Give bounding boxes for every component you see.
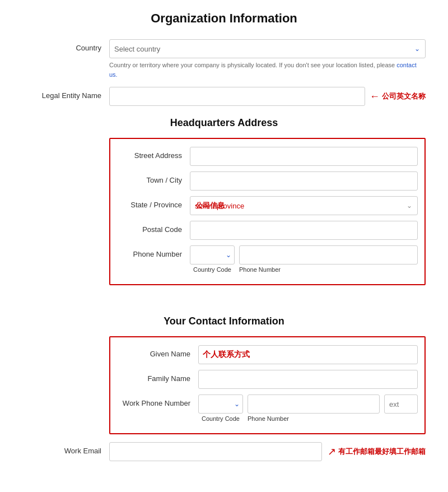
work-phone-code-wrap: ⌄	[198, 394, 243, 414]
phone-number-input[interactable]	[239, 245, 418, 264]
hq-section-title: Headquarters Address	[22, 117, 426, 129]
country-select[interactable]: Select country	[109, 39, 426, 58]
phone-control-wrap: ⌄ Country Code Phone Number	[190, 245, 418, 273]
legal-entity-label: Legal Entity Name	[22, 87, 109, 100]
work-phone-number-sublabel: Phone Number	[248, 415, 289, 422]
page-title: Organization Information	[22, 11, 426, 26]
legal-entity-annotation-wrap: ← 公司英文名称	[109, 87, 426, 106]
work-email-label: Work Email	[22, 442, 109, 455]
state-select-wrapper: state / province 公司信息 ⌄	[190, 196, 418, 215]
work-email-input[interactable]	[109, 442, 322, 461]
arrow-left-icon: ←	[370, 91, 380, 103]
street-label: Street Address	[117, 147, 190, 160]
postal-group: Postal Code	[117, 221, 418, 240]
postal-control-wrap	[190, 221, 418, 240]
city-control-wrap	[190, 171, 418, 191]
hq-red-border-section: Street Address Town / City State / Provi…	[109, 138, 426, 285]
family-name-label: Family Name	[117, 370, 198, 383]
contact-red-border-section: Given Name 个人联系方式 Family Name Work Phone…	[109, 336, 426, 434]
work-phone-sub-labels: Country Code Phone Number	[198, 415, 418, 422]
arrow-down-icon: ↗	[328, 445, 336, 458]
family-name-input[interactable]	[198, 370, 418, 389]
phone-code-sublabel: Country Code	[190, 266, 235, 273]
street-control-wrap	[190, 147, 418, 166]
work-email-control-wrap: ↗ 有工作邮箱最好填工作邮箱	[109, 442, 426, 461]
work-email-annotation-wrap: ↗ 有工作邮箱最好填工作邮箱	[328, 445, 426, 458]
family-name-group: Family Name	[117, 370, 418, 389]
legal-entity-annotation-text: 公司英文名称	[382, 91, 426, 101]
work-email-annotation-text: 有工作邮箱最好填工作邮箱	[338, 447, 426, 457]
phone-code-select-wrap: ⌄	[190, 245, 235, 264]
spacer	[22, 293, 426, 304]
phone-input-group: ⌄	[190, 245, 418, 264]
country-hint: Country or territory where your company …	[109, 61, 426, 79]
given-name-input-wrap: 个人联系方式	[198, 345, 418, 364]
given-name-group: Given Name 个人联系方式	[117, 345, 418, 364]
state-control-wrap: state / province 公司信息 ⌄	[190, 196, 418, 215]
given-name-label: Given Name	[117, 345, 198, 358]
contact-section-title: Your Contact Information	[22, 315, 426, 327]
phone-group: Phone Number ⌄ Country Code Phone Number	[117, 245, 418, 273]
work-phone-label: Work Phone Number	[117, 394, 198, 407]
street-input[interactable]	[190, 147, 418, 166]
given-name-control-wrap: 个人联系方式	[198, 345, 418, 364]
given-name-input[interactable]	[198, 345, 418, 364]
city-label: Town / City	[117, 171, 190, 184]
legal-entity-annotation-arrow: ← 公司英文名称	[370, 91, 426, 103]
postal-input[interactable]	[190, 221, 418, 240]
work-phone-code-select[interactable]	[198, 394, 243, 414]
work-email-annotation-row: ↗ 有工作邮箱最好填工作邮箱	[109, 442, 426, 461]
work-phone-group: Work Phone Number ⌄ Country Code Phone N…	[117, 394, 418, 422]
country-label: Country	[22, 39, 109, 52]
country-group: Country Select country ⌄ Country or terr…	[22, 39, 426, 79]
city-input[interactable]	[190, 171, 418, 191]
country-control-wrap: Select country ⌄ Country or territory wh…	[109, 39, 426, 79]
state-group: State / Province state / province 公司信息 ⌄	[117, 196, 418, 215]
postal-label: Postal Code	[117, 221, 190, 234]
legal-entity-control-wrap: ← 公司英文名称	[109, 87, 426, 106]
city-group: Town / City	[117, 171, 418, 191]
country-select-wrapper: Select country ⌄	[109, 39, 426, 58]
work-phone-number-input[interactable]	[248, 394, 380, 414]
phone-code-select[interactable]	[190, 245, 235, 264]
phone-sub-labels: Country Code Phone Number	[190, 266, 418, 273]
phone-number-sublabel: Phone Number	[239, 266, 281, 273]
work-phone-ext-input[interactable]	[384, 394, 418, 414]
legal-entity-group: Legal Entity Name ← 公司英文名称	[22, 87, 426, 106]
phone-label: Phone Number	[117, 245, 190, 258]
street-group: Street Address	[117, 147, 418, 166]
state-select[interactable]: state / province	[190, 196, 418, 215]
work-phone-control-wrap: ⌄ Country Code Phone Number	[198, 394, 418, 422]
work-phone-code-sublabel: Country Code	[198, 415, 243, 422]
work-phone-input-row: ⌄	[198, 394, 418, 414]
family-name-control-wrap	[198, 370, 418, 389]
legal-entity-input[interactable]	[109, 87, 365, 106]
state-label: State / Province	[117, 196, 190, 209]
work-email-group: Work Email ↗ 有工作邮箱最好填工作邮箱	[22, 442, 426, 461]
